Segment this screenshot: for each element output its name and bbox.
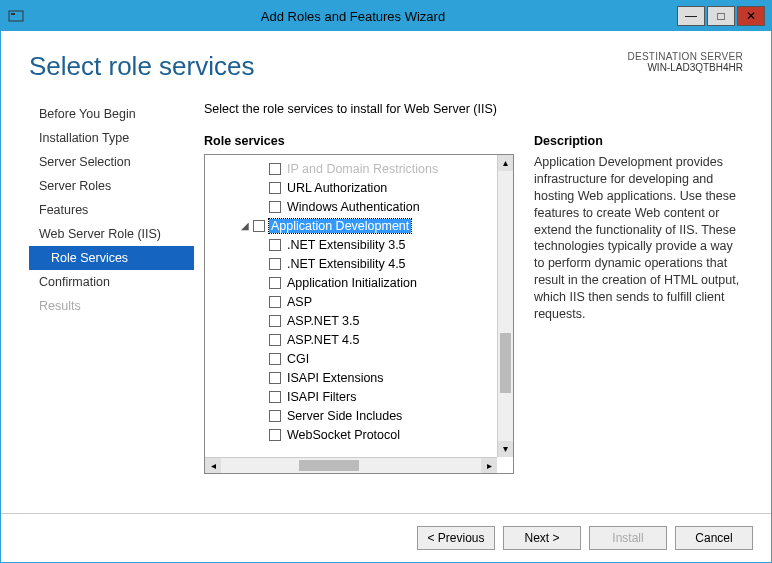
checkbox[interactable] bbox=[269, 410, 281, 422]
description-text: Application Development provides infrast… bbox=[534, 154, 743, 323]
sidebar-item-server-roles[interactable]: Server Roles bbox=[29, 174, 194, 198]
sidebar-item-installation-type[interactable]: Installation Type bbox=[29, 126, 194, 150]
description-label: Description bbox=[534, 134, 743, 148]
horizontal-scrollbar[interactable]: ◂ ▸ bbox=[205, 457, 497, 473]
svg-rect-1 bbox=[11, 13, 15, 15]
wizard-footer: < Previous Next > Install Cancel bbox=[1, 513, 771, 562]
tree-node-label: IP and Domain Restrictions bbox=[285, 162, 440, 176]
checkbox[interactable] bbox=[269, 334, 281, 346]
tree-node-label: WebSocket Protocol bbox=[285, 428, 402, 442]
checkbox[interactable] bbox=[269, 353, 281, 365]
tree-node-label: ASP.NET 4.5 bbox=[285, 333, 362, 347]
tree-node[interactable]: URL Authorization bbox=[207, 178, 495, 197]
checkbox[interactable] bbox=[253, 220, 265, 232]
titlebar[interactable]: Add Roles and Features Wizard — □ ✕ bbox=[1, 1, 771, 31]
sidebar-item-web-server-role-iis-[interactable]: Web Server Role (IIS) bbox=[29, 222, 194, 246]
tree-node-label: .NET Extensibility 3.5 bbox=[285, 238, 408, 252]
tree-node[interactable]: Windows Authentication bbox=[207, 197, 495, 216]
app-icon bbox=[7, 7, 25, 25]
checkbox[interactable] bbox=[269, 429, 281, 441]
tree-node[interactable]: .NET Extensibility 4.5 bbox=[207, 254, 495, 273]
scroll-up-icon[interactable]: ▴ bbox=[498, 155, 513, 171]
checkbox[interactable] bbox=[269, 163, 281, 175]
tree-node-label: Application Initialization bbox=[285, 276, 419, 290]
tree-node[interactable]: CGI bbox=[207, 349, 495, 368]
scroll-down-icon[interactable]: ▾ bbox=[498, 441, 513, 457]
sidebar-item-features[interactable]: Features bbox=[29, 198, 194, 222]
scroll-left-icon[interactable]: ◂ bbox=[205, 458, 221, 473]
scroll-right-icon[interactable]: ▸ bbox=[481, 458, 497, 473]
sidebar-item-role-services[interactable]: Role Services bbox=[29, 246, 194, 270]
destination-value: WIN-LAD3QTBH4HR bbox=[627, 62, 743, 73]
sidebar-item-server-selection[interactable]: Server Selection bbox=[29, 150, 194, 174]
checkbox[interactable] bbox=[269, 239, 281, 251]
tree-node-label: Windows Authentication bbox=[285, 200, 422, 214]
destination-label: DESTINATION SERVER bbox=[627, 51, 743, 62]
tree-node[interactable]: .NET Extensibility 3.5 bbox=[207, 235, 495, 254]
cancel-button[interactable]: Cancel bbox=[675, 526, 753, 550]
close-button[interactable]: ✕ bbox=[737, 6, 765, 26]
wizard-sidebar: Before You BeginInstallation TypeServer … bbox=[29, 102, 194, 493]
sidebar-item-results: Results bbox=[29, 294, 194, 318]
page-title: Select role services bbox=[29, 51, 254, 82]
expander-icon[interactable]: ◢ bbox=[239, 220, 251, 231]
tree-node-label: .NET Extensibility 4.5 bbox=[285, 257, 408, 271]
vertical-scrollbar[interactable]: ▴ ▾ bbox=[497, 155, 513, 457]
install-button: Install bbox=[589, 526, 667, 550]
window-title: Add Roles and Features Wizard bbox=[31, 9, 675, 24]
tree-node[interactable]: IP and Domain Restrictions bbox=[207, 159, 495, 178]
tree-node[interactable]: Application Initialization bbox=[207, 273, 495, 292]
scroll-thumb[interactable] bbox=[500, 333, 511, 393]
tree-node[interactable]: Server Side Includes bbox=[207, 406, 495, 425]
checkbox[interactable] bbox=[269, 201, 281, 213]
checkbox[interactable] bbox=[269, 182, 281, 194]
tree-node[interactable]: ASP bbox=[207, 292, 495, 311]
sidebar-item-before-you-begin[interactable]: Before You Begin bbox=[29, 102, 194, 126]
role-services-tree[interactable]: IP and Domain RestrictionsURL Authorizat… bbox=[204, 154, 514, 474]
scroll-thumb-h[interactable] bbox=[299, 460, 359, 471]
tree-node[interactable]: WebSocket Protocol bbox=[207, 425, 495, 444]
tree-node-label: ASP.NET 3.5 bbox=[285, 314, 362, 328]
checkbox[interactable] bbox=[269, 258, 281, 270]
tree-node-label: ASP bbox=[285, 295, 314, 309]
previous-button[interactable]: < Previous bbox=[417, 526, 495, 550]
tree-node[interactable]: ASP.NET 3.5 bbox=[207, 311, 495, 330]
instruction-text: Select the role services to install for … bbox=[204, 102, 743, 116]
tree-node-label: CGI bbox=[285, 352, 311, 366]
svg-rect-0 bbox=[9, 11, 23, 21]
destination-info: DESTINATION SERVER WIN-LAD3QTBH4HR bbox=[627, 51, 743, 73]
role-services-label: Role services bbox=[204, 134, 514, 148]
next-button[interactable]: Next > bbox=[503, 526, 581, 550]
checkbox[interactable] bbox=[269, 391, 281, 403]
tree-node-label: URL Authorization bbox=[285, 181, 389, 195]
tree-node-label: ISAPI Filters bbox=[285, 390, 358, 404]
checkbox[interactable] bbox=[269, 315, 281, 327]
minimize-button[interactable]: — bbox=[677, 6, 705, 26]
tree-node[interactable]: ISAPI Filters bbox=[207, 387, 495, 406]
tree-node-label: Server Side Includes bbox=[285, 409, 404, 423]
tree-node-label: ISAPI Extensions bbox=[285, 371, 386, 385]
checkbox[interactable] bbox=[269, 296, 281, 308]
tree-node[interactable]: ASP.NET 4.5 bbox=[207, 330, 495, 349]
checkbox[interactable] bbox=[269, 372, 281, 384]
tree-node-label: Application Development bbox=[269, 219, 411, 233]
maximize-button[interactable]: □ bbox=[707, 6, 735, 26]
tree-node[interactable]: ◢Application Development bbox=[207, 216, 495, 235]
tree-node[interactable]: ISAPI Extensions bbox=[207, 368, 495, 387]
sidebar-item-confirmation[interactable]: Confirmation bbox=[29, 270, 194, 294]
checkbox[interactable] bbox=[269, 277, 281, 289]
